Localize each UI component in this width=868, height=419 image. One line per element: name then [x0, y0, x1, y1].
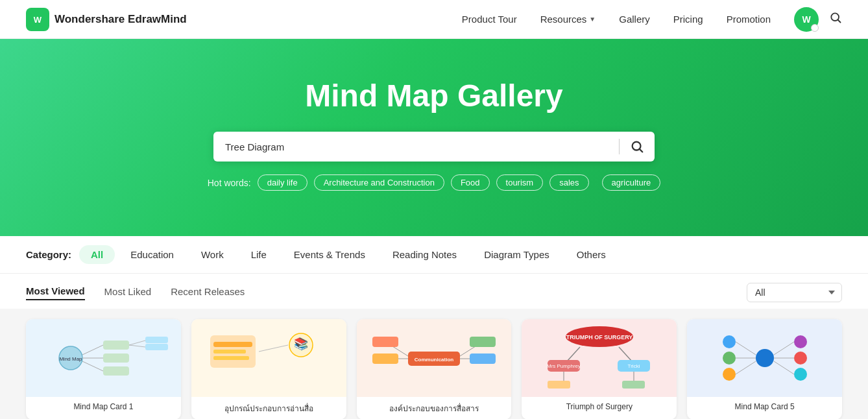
- svg-text:W: W: [34, 15, 42, 25]
- gallery-card-3[interactable]: Communication อง​ค์ประกอบของการสื่อสาร: [357, 319, 512, 419]
- svg-point-55: [723, 352, 736, 365]
- search-button[interactable]: [620, 132, 655, 162]
- cat-others[interactable]: Others: [565, 245, 618, 264]
- nav-resources[interactable]: Resources ▼: [540, 14, 596, 25]
- svg-rect-11: [103, 341, 129, 350]
- tab-recent-releases[interactable]: Recent Releases: [171, 286, 245, 300]
- svg-rect-32: [372, 353, 398, 364]
- hot-words-label: Hot words:: [208, 178, 251, 188]
- svg-rect-16: [145, 337, 168, 343]
- tab-most-liked[interactable]: Most Liked: [104, 286, 152, 300]
- svg-rect-12: [103, 353, 129, 363]
- cat-all[interactable]: All: [79, 245, 115, 264]
- nav-right: W: [794, 7, 842, 32]
- card-img-5: [687, 319, 842, 397]
- card-img-4: TRIUMPH OF SURGERY Mrs Pumphrey Tricki: [522, 319, 677, 397]
- svg-rect-21: [213, 356, 249, 360]
- nav-logo-text: Wondershare EdrawMind: [54, 13, 187, 26]
- svg-line-14: [129, 341, 145, 345]
- cat-diagram-types[interactable]: Diagram Types: [472, 245, 561, 264]
- nav-links: Product Tour Resources ▼ Gallery Pricing…: [462, 14, 771, 25]
- chevron-down-icon: ▼: [589, 16, 596, 23]
- hero-title: Mind Map Gallery: [305, 78, 562, 114]
- svg-line-51: [774, 342, 794, 355]
- card-label-2: อุปกรณ์ประกอบการอ่านสื่อ: [191, 397, 346, 419]
- card-label-1: Mind Map Card 1: [26, 397, 181, 416]
- cat-life[interactable]: Life: [239, 245, 278, 264]
- svg-text:Communication: Communication: [415, 357, 454, 363]
- hot-words: Hot words: daily life Architecture and C…: [208, 174, 660, 191]
- gallery-card-2[interactable]: 📚 อุปกรณ์ประกอบการอ่านสื่อ: [191, 319, 346, 419]
- gallery-card-1[interactable]: Mind Map Mind Map Card 1: [26, 319, 181, 419]
- svg-rect-31: [372, 337, 398, 347]
- svg-line-10: [82, 361, 103, 371]
- svg-text:Mrs Pumphrey: Mrs Pumphrey: [547, 363, 581, 369]
- svg-point-47: [756, 349, 774, 367]
- sort-select[interactable]: All Education Work Life Events & Trends …: [747, 283, 842, 302]
- card-img-1: Mind Map: [26, 319, 181, 397]
- svg-text:📚: 📚: [294, 337, 309, 351]
- card-label-4: Triumph of Surgery: [522, 397, 677, 416]
- gallery-card-5[interactable]: Mind Map Card 5: [687, 319, 842, 419]
- tab-most-viewed[interactable]: Most Viewed: [26, 285, 85, 300]
- svg-line-38: [619, 347, 632, 361]
- svg-line-48: [736, 342, 756, 355]
- logo-icon: W: [26, 8, 49, 31]
- svg-rect-45: [548, 381, 570, 389]
- svg-line-3: [838, 20, 841, 23]
- hero-section: Mind Map Gallery Hot words: daily life A…: [0, 39, 868, 236]
- tabs-row: Most Viewed Most Liked Recent Releases A…: [0, 274, 868, 309]
- hot-tag-architecture[interactable]: Architecture and Construction: [314, 174, 444, 191]
- svg-rect-17: [145, 344, 168, 350]
- category-bar: Category: All Education Work Life Events…: [0, 236, 868, 274]
- search-bar: [213, 132, 655, 162]
- category-label: Category:: [26, 249, 71, 260]
- hot-tag-daily-life[interactable]: daily life: [258, 174, 307, 191]
- card-label-3: อง​ค์ประกอบของการสื่อสาร: [357, 397, 512, 419]
- svg-rect-33: [470, 337, 496, 347]
- card-img-2: 📚: [191, 319, 346, 397]
- cat-events-trends[interactable]: Events & Trends: [282, 245, 377, 264]
- nav-product-tour[interactable]: Product Tour: [462, 14, 517, 25]
- nav-gallery[interactable]: Gallery: [619, 14, 650, 25]
- search-input[interactable]: [213, 132, 619, 162]
- svg-text:Mind Map: Mind Map: [60, 356, 83, 362]
- nav-promotion[interactable]: Promotion: [727, 14, 771, 25]
- hot-tag-tourism[interactable]: tourism: [496, 174, 544, 191]
- svg-point-56: [723, 368, 736, 381]
- svg-point-59: [794, 368, 807, 381]
- card-img-3: Communication: [357, 319, 512, 397]
- navbar: W Wondershare EdrawMind Product Tour Res…: [0, 0, 868, 39]
- svg-rect-13: [103, 366, 129, 376]
- avatar[interactable]: W: [794, 7, 819, 32]
- svg-point-54: [723, 335, 736, 348]
- svg-line-5: [640, 149, 642, 152]
- cat-work[interactable]: Work: [189, 245, 235, 264]
- svg-rect-46: [622, 381, 645, 389]
- hot-tag-food[interactable]: Food: [451, 174, 490, 191]
- nav-pricing[interactable]: Pricing: [673, 14, 703, 25]
- gallery-grid: Mind Map Mind Map Card 1: [0, 309, 868, 419]
- cat-education[interactable]: Education: [119, 245, 186, 264]
- svg-text:Tricki: Tricki: [627, 363, 640, 369]
- svg-point-58: [794, 352, 807, 365]
- avatar-badge: [811, 24, 819, 32]
- svg-line-8: [82, 345, 103, 355]
- svg-point-57: [794, 335, 807, 348]
- nav-logo[interactable]: W Wondershare EdrawMind: [26, 8, 187, 31]
- svg-rect-34: [470, 353, 496, 364]
- hot-tag-agriculture[interactable]: agriculture: [602, 174, 661, 191]
- cat-reading-notes[interactable]: Reading Notes: [381, 245, 468, 264]
- sort-dropdown-container: All Education Work Life Events & Trends …: [747, 283, 842, 302]
- gallery-card-4[interactable]: TRIUMPH OF SURGERY Mrs Pumphrey Tricki T…: [522, 319, 677, 419]
- svg-line-50: [736, 361, 756, 374]
- svg-line-24: [259, 345, 288, 352]
- svg-line-53: [774, 361, 794, 374]
- search-nav-icon[interactable]: [829, 11, 842, 27]
- svg-line-37: [567, 347, 580, 361]
- svg-text:TRIUMPH OF SURGERY: TRIUMPH OF SURGERY: [566, 334, 633, 341]
- svg-rect-20: [213, 350, 246, 353]
- svg-line-15: [129, 345, 145, 347]
- svg-rect-19: [213, 342, 252, 347]
- hot-tag-sales[interactable]: sales: [549, 174, 588, 191]
